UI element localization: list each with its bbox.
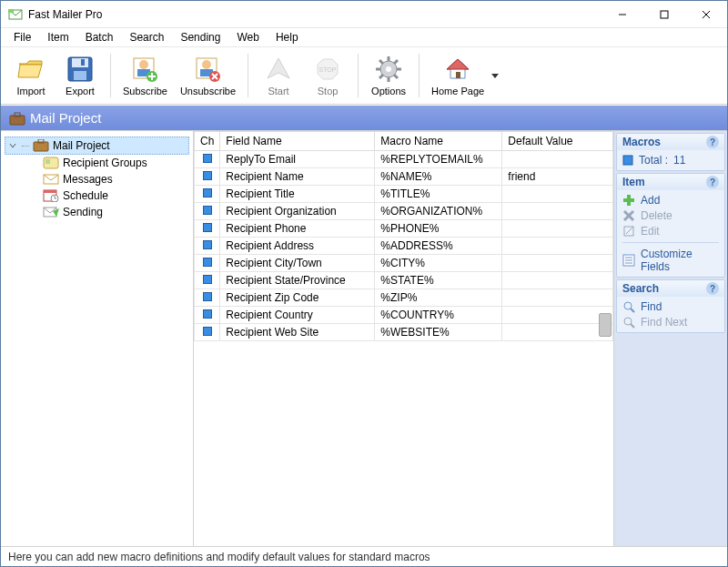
homepage-dropdown[interactable]: [490, 72, 500, 79]
import-button[interactable]: Import: [6, 50, 56, 101]
toolbar: Import Export Subscribe Unsubscribe: [1, 46, 727, 105]
table-row[interactable]: Recipient Address%ADDRESS%: [195, 238, 613, 255]
svg-line-65: [631, 309, 634, 312]
stop-sign-icon: STOP: [313, 55, 342, 84]
table-row[interactable]: Recipient Zip Code%ZIP%: [195, 289, 613, 307]
checkbox-icon[interactable]: [203, 327, 212, 336]
table-row[interactable]: Recipient State/Province%STATE%: [195, 272, 613, 289]
briefcase-icon: [33, 139, 49, 152]
table-pane: Ch Field Name Macro Name Default Value R…: [194, 131, 614, 546]
cell-field: Recipient Organization: [220, 203, 375, 220]
table-row[interactable]: Recipient Name%NAME%friend: [195, 168, 613, 186]
export-label: Export: [66, 86, 95, 96]
table-row[interactable]: Recipient Phone%PHONE%: [195, 220, 613, 238]
subscribe-button[interactable]: Subscribe: [116, 50, 174, 101]
scrollbar-thumb[interactable]: [599, 313, 612, 337]
tree-item-schedule[interactable]: Schedule: [41, 187, 189, 204]
checkbox-icon[interactable]: [203, 171, 212, 180]
unsubscribe-label: Unsubscribe: [180, 86, 236, 96]
options-button[interactable]: Options: [364, 50, 413, 101]
toolbar-separator: [419, 54, 420, 97]
menu-batch[interactable]: Batch: [78, 29, 121, 46]
svg-text:STOP: STOP: [319, 66, 337, 73]
checkbox-icon[interactable]: [203, 309, 212, 319]
col-default-value[interactable]: Default Value: [502, 132, 613, 151]
table-row[interactable]: Recipient Country%COUNTRY%: [195, 307, 613, 324]
help-icon[interactable]: ?: [706, 136, 719, 148]
col-field-name[interactable]: Field Name: [220, 132, 375, 151]
svg-rect-37: [456, 72, 460, 78]
menu-file[interactable]: File: [6, 29, 38, 46]
cell-macro: %TITLE%: [375, 186, 502, 203]
minimize-button[interactable]: [602, 1, 643, 28]
project-header: Mail Project: [1, 105, 727, 130]
tree-item-recipient-groups[interactable]: Recipient Groups: [41, 155, 189, 171]
cell-field: Recipient Address: [220, 238, 375, 255]
toolbar-separator: [110, 54, 111, 97]
checkbox-icon[interactable]: [203, 292, 212, 301]
svg-point-66: [624, 318, 632, 325]
toolbar-separator: [358, 54, 359, 97]
col-ch[interactable]: Ch: [195, 132, 220, 151]
app-window: Fast Mailer Pro File Item Batch Search S…: [0, 0, 728, 567]
close-button[interactable]: [685, 1, 727, 28]
item-delete: Delete: [622, 209, 719, 222]
help-icon[interactable]: ?: [706, 282, 719, 295]
tree-label: Schedule: [63, 189, 108, 202]
delete-icon: [622, 209, 635, 222]
table-row[interactable]: Recipient City/Town%CITY%: [195, 255, 613, 272]
cell-macro: %PHONE%: [375, 220, 502, 238]
maximize-button[interactable]: [643, 1, 685, 28]
table-row[interactable]: Recipient Organization%ORGANIZATION%: [195, 203, 613, 220]
unsubscribe-button[interactable]: Unsubscribe: [174, 50, 242, 101]
cell-macro: %ZIP%: [375, 289, 502, 307]
menu-web[interactable]: Web: [229, 29, 266, 46]
plus-icon: [622, 194, 635, 207]
subscribe-label: Subscribe: [123, 86, 167, 96]
table-row[interactable]: Recipient Web Site%WEBSITE%: [195, 324, 613, 341]
panel-macros: Macros ? Total : 11: [616, 133, 725, 171]
stop-button[interactable]: STOP Stop: [303, 50, 352, 101]
homepage-button[interactable]: Home Page: [425, 50, 490, 101]
cell-macro: %REPLYTOEMAIL%: [375, 151, 502, 168]
tree-collapse-icon[interactable]: [7, 140, 18, 151]
checkbox-icon[interactable]: [203, 275, 212, 284]
checkbox-icon[interactable]: [203, 240, 212, 249]
cell-field: Recipient Country: [220, 307, 375, 324]
start-button[interactable]: Start: [254, 50, 303, 101]
delete-label: Delete: [641, 209, 672, 222]
export-button[interactable]: Export: [56, 50, 105, 101]
svg-line-33: [394, 60, 398, 64]
side-panel: Macros ? Total : 11 Item ?: [614, 131, 727, 546]
help-icon[interactable]: ?: [706, 176, 719, 188]
search-find[interactable]: Find: [622, 300, 719, 313]
tree-item-messages[interactable]: Messages: [41, 171, 189, 187]
checkbox-icon[interactable]: [203, 154, 212, 163]
menu-item[interactable]: Item: [40, 29, 76, 46]
tree-item-sending[interactable]: Sending: [41, 204, 189, 220]
menu-help[interactable]: Help: [268, 29, 306, 46]
table-row[interactable]: Recipient Title%TITLE%: [195, 186, 613, 203]
checkbox-icon[interactable]: [203, 223, 212, 232]
svg-rect-1: [8, 9, 14, 13]
table-row[interactable]: ReplyTo Email%REPLYTOEMAIL%: [195, 151, 613, 168]
col-macro-name[interactable]: Macro Name: [375, 132, 502, 151]
checkbox-icon[interactable]: [203, 258, 212, 267]
cell-field: Recipient Phone: [220, 220, 375, 238]
checkbox-icon[interactable]: [203, 188, 212, 197]
home-icon: [443, 55, 472, 84]
svg-rect-8: [74, 71, 86, 80]
tree-root-label: Mail Project: [53, 139, 110, 152]
tree-root[interactable]: Mail Project: [5, 137, 189, 155]
item-add[interactable]: Add: [622, 194, 719, 207]
item-customize[interactable]: Customize Fields: [622, 248, 719, 273]
start-label: Start: [268, 86, 288, 96]
statusbar: Here you can add new macro definitions a…: [1, 546, 727, 566]
svg-rect-47: [44, 190, 56, 193]
menu-sending[interactable]: Sending: [173, 29, 228, 46]
checkbox-icon[interactable]: [203, 206, 212, 215]
svg-line-31: [379, 60, 383, 64]
list-icon: [622, 254, 635, 267]
menu-search[interactable]: Search: [122, 29, 171, 46]
cell-field: Recipient State/Province: [220, 272, 375, 289]
